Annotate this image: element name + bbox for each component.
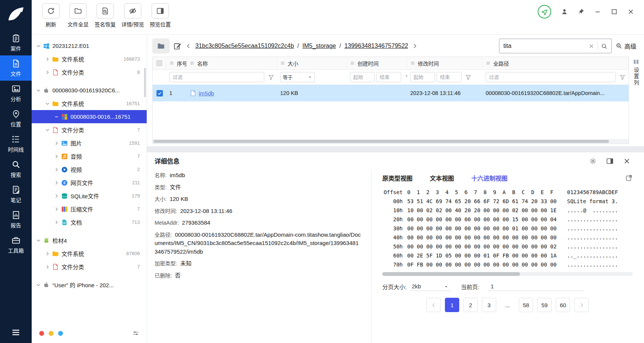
chevron-right-icon[interactable] <box>54 140 60 146</box>
page-button-58[interactable]: 58 <box>519 298 533 312</box>
tree-item[interactable]: 检材4 <box>32 234 147 247</box>
tree-scrollbar[interactable] <box>144 68 146 97</box>
tree-item[interactable]: 图片1591 <box>32 136 147 150</box>
column-header-size[interactable]: 大小 <box>277 57 347 69</box>
detail-close-icon[interactable] <box>623 158 630 165</box>
chevron-down-icon[interactable] <box>44 127 51 133</box>
column-header-path[interactable]: 全路径 <box>483 57 629 69</box>
path-filter-input[interactable] <box>486 72 616 82</box>
nav-item-analysis[interactable]: 分析 <box>0 81 32 106</box>
breadcrumb-back-button[interactable] <box>186 43 192 49</box>
tree-item[interactable]: 文件分类8 <box>32 66 147 79</box>
chevron-right-icon[interactable] <box>54 219 60 225</box>
chevron-right-icon[interactable] <box>44 251 51 257</box>
page-size-select[interactable]: 2kb <box>409 282 451 291</box>
tab-hex-view[interactable]: 十六进制视图 <box>471 173 508 182</box>
toolbar-refresh-button[interactable]: 刷新 <box>40 3 62 34</box>
chevron-minus-icon[interactable] <box>54 114 60 120</box>
tree-item[interactable]: 压缩文件7 <box>32 202 147 216</box>
chevron-right-icon[interactable] <box>44 69 51 75</box>
tree-item[interactable]: 文件系统166873 <box>32 52 147 66</box>
hex-horizontal-scrollbar[interactable] <box>382 272 633 276</box>
next-page-button[interactable] <box>574 298 589 312</box>
chevron-down-icon[interactable] <box>35 282 41 288</box>
toolbar-preview-position-button[interactable]: 预览位置 <box>149 3 171 34</box>
modified-start-input[interactable] <box>410 72 435 82</box>
user-account-icon[interactable] <box>561 8 568 15</box>
nav-item-notes[interactable]: 笔记 <box>0 182 32 207</box>
file-name-link[interactable]: im5db <box>199 90 214 96</box>
created-start-input[interactable] <box>350 72 375 82</box>
toolbar-detail-preview-button[interactable]: 详情/预览 <box>121 3 144 34</box>
breadcrumb-segment-2[interactable]: IM5_storage <box>302 43 336 49</box>
column-settings-button[interactable]: 设置列 <box>630 57 642 121</box>
toolbar-signature-recovery-button[interactable]: 签名恢复 <box>94 3 116 34</box>
chevron-right-icon[interactable] <box>54 180 60 186</box>
nav-item-files[interactable]: 文件 <box>0 55 32 81</box>
search-input[interactable] <box>503 43 585 49</box>
chevron-right-icon[interactable] <box>44 264 51 270</box>
pin-window-icon[interactable] <box>578 8 584 15</box>
chevron-right-icon[interactable] <box>54 167 60 173</box>
chevron-right-icon[interactable] <box>54 193 60 199</box>
page-button-59[interactable]: 59 <box>537 298 552 312</box>
open-external-icon[interactable] <box>625 174 633 182</box>
chevron-right-icon[interactable] <box>44 56 51 62</box>
chevron-right-icon[interactable] <box>54 153 60 159</box>
breadcrumb-forward-button[interactable] <box>412 43 418 49</box>
quick-send-button[interactable] <box>538 5 551 18</box>
edit-path-button[interactable] <box>173 42 182 50</box>
tree-item[interactable]: “User” 的 iPhone - 202... <box>32 278 147 291</box>
breadcrumb-segment-3[interactable]: 1399634813467579522 <box>344 43 408 49</box>
tree-item[interactable]: 00008030-001619320C6... <box>32 84 147 97</box>
tree-item[interactable]: 20231212.E01 <box>32 39 147 52</box>
chevron-down-icon[interactable] <box>35 237 41 243</box>
toolbar-show-all-files-button[interactable]: 文件全显 <box>67 3 89 34</box>
tree-filter-button[interactable] <box>132 330 139 337</box>
chevron-down-icon[interactable] <box>35 87 41 93</box>
nav-item-case[interactable]: 案件 <box>0 30 32 55</box>
nav-item-toolbox[interactable]: 工具箱 <box>0 232 32 257</box>
size-operator-select[interactable]: 等于 <box>280 72 315 82</box>
nav-item-timeline[interactable]: 时间线 <box>0 131 32 156</box>
tree-item[interactable]: 文件系统16751 <box>32 97 147 110</box>
status-dot-yellow[interactable] <box>49 331 54 336</box>
detail-settings-icon[interactable] <box>589 158 596 165</box>
search-icon[interactable] <box>601 43 607 49</box>
tree-item[interactable]: 文件系统87606 <box>32 247 147 260</box>
chevron-right-icon[interactable] <box>54 206 60 212</box>
tree-item[interactable]: 音频7 <box>32 150 147 163</box>
path-filter-funnel-icon[interactable] <box>619 74 626 80</box>
column-header-created[interactable]: 创建时间 <box>347 57 407 69</box>
tree-item[interactable]: 文件分类7 <box>32 123 147 136</box>
detail-layout-icon[interactable] <box>606 158 613 165</box>
modified-filter-funnel-icon[interactable] <box>465 74 471 80</box>
clear-search-icon[interactable] <box>588 43 595 49</box>
app-logo[interactable] <box>6 5 26 25</box>
close-button[interactable] <box>627 8 634 15</box>
tree-item[interactable]: 视频2 <box>32 163 147 176</box>
tab-original-view[interactable]: 原类型视图 <box>382 173 412 182</box>
status-dot-red[interactable] <box>39 331 44 336</box>
maximize-button[interactable] <box>611 8 618 15</box>
created-end-input[interactable] <box>376 72 401 82</box>
page-button-2[interactable]: 2 <box>463 298 478 312</box>
modified-end-input[interactable] <box>437 72 462 82</box>
advanced-search-button[interactable]: 高级 <box>616 41 636 51</box>
column-header-modified[interactable]: 修改时间 <box>407 57 483 69</box>
prev-page-button[interactable] <box>426 298 441 312</box>
tree-item[interactable]: 00008030-0016...16751 <box>32 110 147 123</box>
tree-item[interactable]: 文件分类7 <box>32 260 147 273</box>
select-all-checkbox[interactable] <box>156 60 162 66</box>
hamburger-menu-button[interactable] <box>11 328 20 337</box>
tree-item[interactable]: 网页文件211 <box>32 176 147 189</box>
column-header-name[interactable]: 名称 <box>187 57 277 69</box>
nav-item-report[interactable]: 报告 <box>0 207 32 232</box>
row-checkbox[interactable] <box>156 90 163 96</box>
page-button-3[interactable]: 3 <box>482 298 496 312</box>
status-dot-blue[interactable] <box>58 331 63 336</box>
page-button-60[interactable]: 60 <box>556 298 570 312</box>
minimize-button[interactable] <box>594 8 601 15</box>
tree-item[interactable]: SQLite文件179 <box>32 189 147 202</box>
breadcrumb-segment-1[interactable]: 31bc3c805ac5e55ecaa151092c2c4b <box>195 43 294 49</box>
